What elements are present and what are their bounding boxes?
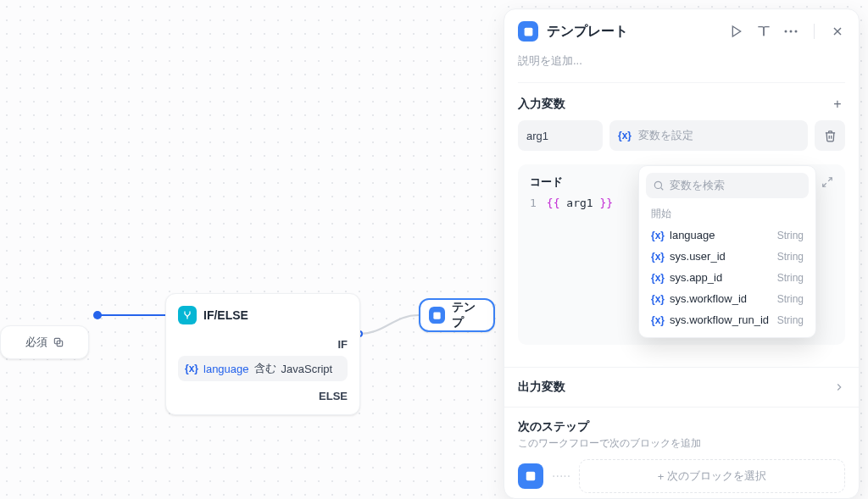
delete-input-var-button[interactable] <box>815 120 845 151</box>
next-step-desc: このワークフローで次のブロックを追加 <box>518 436 845 451</box>
template-node-canvas[interactable]: テンプ <box>419 298 495 332</box>
variable-type: String <box>777 230 804 241</box>
input-vars-title: 入力変数 <box>518 97 565 112</box>
variable-option[interactable]: {x}sys.workflow_idString <box>646 288 809 309</box>
output-vars-section[interactable]: 出力変数 <box>504 367 859 407</box>
edge-ifelse-to-template <box>359 313 420 337</box>
code-label: コード <box>530 175 563 190</box>
cond-value: JavaScript <box>281 363 333 375</box>
variable-dropdown: 変数を検索 開始 {x}languageString{x}sys.user_id… <box>638 165 816 338</box>
variable-type: String <box>777 314 804 326</box>
variable-name: sys.workflow_id <box>670 292 772 305</box>
template-node-label: テンプ <box>452 300 485 330</box>
svg-point-7 <box>795 30 798 33</box>
variable-search-input[interactable]: 変数を検索 <box>646 173 809 198</box>
code-lineno: 1 <box>530 197 537 209</box>
run-button[interactable] <box>729 24 744 39</box>
more-icon[interactable] <box>783 24 798 39</box>
cond-op: 含む <box>254 361 276 376</box>
ifelse-node[interactable]: IF/ELSE IF {x} language 含む JavaScript EL… <box>165 293 360 415</box>
template-config-panel: テンプレート 説明を追加... 入力変数 + {x} <box>504 8 860 499</box>
variable-option[interactable]: {x}languageString <box>646 225 809 246</box>
variable-name: sys.workflow_run_id <box>670 313 772 326</box>
variable-name: sys.user_id <box>670 250 772 263</box>
svg-marker-4 <box>732 26 740 36</box>
template-icon <box>518 463 543 489</box>
ifelse-header: IF/ELSE <box>178 306 348 324</box>
variable-type: String <box>777 293 804 305</box>
branch-icon <box>178 306 197 324</box>
close-icon[interactable] <box>830 24 845 39</box>
var-set-field[interactable]: {x} 変数を設定 <box>609 120 808 151</box>
description-field[interactable]: 説明を追加... <box>518 50 845 83</box>
copy-icon <box>53 336 64 348</box>
add-input-var-button[interactable]: + <box>830 97 845 112</box>
var-icon: {x} <box>185 363 198 374</box>
variable-option[interactable]: {x}sys.workflow_run_idString <box>646 309 809 330</box>
else-label: ELSE <box>178 390 348 402</box>
output-vars-title: 出力変数 <box>518 380 565 395</box>
variable-option[interactable]: {x}sys.user_idString <box>646 246 809 267</box>
var-icon: {x} <box>618 130 632 141</box>
code-var-name: arg1 <box>566 197 593 209</box>
code-close-brace: }} <box>599 197 613 209</box>
panel-title: テンプレート <box>547 23 721 41</box>
if-label: IF <box>178 338 348 351</box>
var-icon: {x} <box>651 272 665 284</box>
svg-rect-2 <box>433 312 440 319</box>
var-icon: {x} <box>651 314 665 326</box>
svg-line-10 <box>828 178 832 181</box>
docs-icon[interactable] <box>756 24 771 39</box>
variable-type: String <box>777 272 804 284</box>
required-node[interactable]: 必須 <box>0 325 89 359</box>
panel-header: テンプレート <box>504 9 859 50</box>
svg-rect-3 <box>524 27 532 36</box>
chevron-right-icon <box>833 381 845 393</box>
expand-code-button[interactable] <box>821 176 833 188</box>
svg-point-13 <box>654 181 661 188</box>
required-label: 必須 <box>25 335 47 350</box>
variable-option[interactable]: {x}sys.app_idString <box>646 267 809 288</box>
dropdown-group-label: 開始 <box>651 207 804 221</box>
svg-line-11 <box>823 183 826 186</box>
var-icon: {x} <box>651 293 665 305</box>
svg-rect-12 <box>526 472 536 481</box>
var-icon: {x} <box>651 251 665 263</box>
next-step-section: 次のステップ このワークフローで次のブロックを追加 ····· + 次のブロック… <box>504 407 859 498</box>
edge-required-to-ifelse <box>98 314 165 316</box>
arg-name-input[interactable] <box>518 120 603 151</box>
panel-resize-handle[interactable] <box>504 234 504 274</box>
next-block-selector[interactable]: + 次のブロックを選択 <box>579 459 845 493</box>
code-open-brace: {{ <box>547 197 560 209</box>
search-icon <box>653 180 665 191</box>
variable-name: language <box>670 229 772 241</box>
divider <box>814 24 815 39</box>
cond-var: language <box>203 363 249 375</box>
varset-placeholder: 変数を設定 <box>638 128 693 143</box>
template-icon <box>518 21 538 42</box>
input-var-row: {x} 変数を設定 <box>518 120 845 151</box>
next-step-title: 次のステップ <box>518 419 845 435</box>
svg-line-14 <box>661 188 664 191</box>
if-condition[interactable]: {x} language 含む JavaScript <box>178 356 348 381</box>
variable-type: String <box>777 251 804 263</box>
svg-point-5 <box>785 30 787 33</box>
template-icon <box>429 307 445 324</box>
variable-name: sys.app_id <box>670 271 772 284</box>
svg-point-6 <box>790 30 793 33</box>
ifelse-title: IF/ELSE <box>203 308 248 322</box>
var-icon: {x} <box>651 230 665 241</box>
next-block-placeholder: 次のブロックを選択 <box>667 469 766 484</box>
search-placeholder: 変数を検索 <box>670 178 725 193</box>
